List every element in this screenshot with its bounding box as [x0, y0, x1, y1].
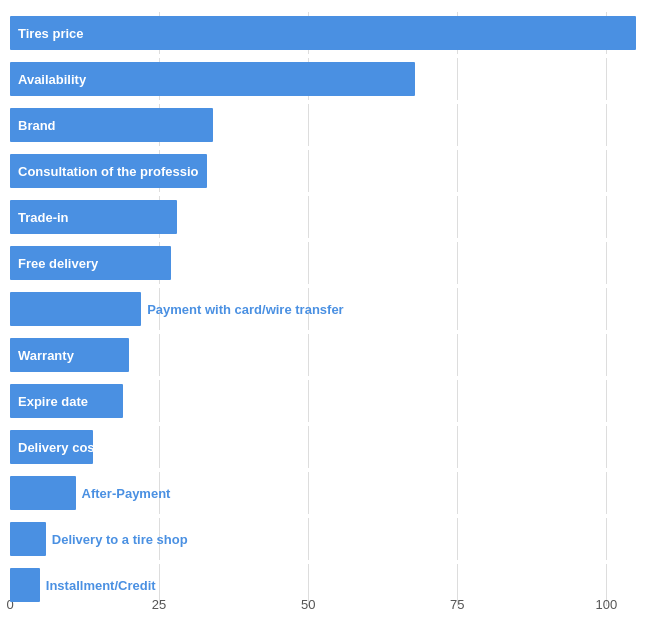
bar: Trade-in: [10, 200, 177, 234]
bar-wrapper: Free delivery: [10, 246, 654, 280]
bar-label: Tires price: [10, 26, 84, 41]
bar-wrapper: Consultation of the professio: [10, 154, 654, 188]
bar-label: Consultation of the professio: [10, 164, 199, 179]
bar: [10, 476, 76, 510]
bar-label: Trade-in: [10, 210, 69, 225]
chart-area: Tires priceAvailabilityBrandConsultation…: [10, 10, 654, 608]
bar-row: Delivery to a tire shop: [10, 516, 654, 562]
bar-label: Delivery cost: [10, 440, 99, 455]
bar-wrapper: Brand: [10, 108, 654, 142]
bar-wrapper: Expire date: [10, 384, 654, 418]
bar-wrapper: Availability: [10, 62, 654, 96]
bar-label: Payment with card/wire transfer: [141, 302, 344, 317]
bar-wrapper: Warranty: [10, 338, 654, 372]
bar-label: Brand: [10, 118, 56, 133]
bar-row: Trade-in: [10, 194, 654, 240]
bar-row: Warranty: [10, 332, 654, 378]
chart-container: Tires priceAvailabilityBrandConsultation…: [0, 0, 664, 632]
bar: [10, 522, 46, 556]
bar-wrapper: Tires price: [10, 16, 654, 50]
bar-row: Free delivery: [10, 240, 654, 286]
bar: Consultation of the professio: [10, 154, 207, 188]
bar-row: Brand: [10, 102, 654, 148]
bar: [10, 292, 141, 326]
bar-label: Free delivery: [10, 256, 98, 271]
bar: Expire date: [10, 384, 123, 418]
bar: [10, 568, 40, 602]
bar-row: Installment/Credit: [10, 562, 654, 608]
bar-label: Installment/Credit: [40, 578, 156, 593]
bar-wrapper: Trade-in: [10, 200, 654, 234]
x-axis-tick-label: 100: [595, 597, 617, 612]
bar: Delivery cost: [10, 430, 93, 464]
bar-wrapper: Delivery cost: [10, 430, 654, 464]
bar-wrapper: Installment/Credit: [10, 568, 654, 602]
bar: Free delivery: [10, 246, 171, 280]
x-axis-tick-label: 50: [301, 597, 315, 612]
bar-row: After-Payment: [10, 470, 654, 516]
bar-row: Tires price: [10, 10, 654, 56]
bar-row: Expire date: [10, 378, 654, 424]
bar: Availability: [10, 62, 415, 96]
bar-label: Warranty: [10, 348, 74, 363]
bar-wrapper: After-Payment: [10, 476, 654, 510]
bar-wrapper: Payment with card/wire transfer: [10, 292, 654, 326]
bar: Tires price: [10, 16, 636, 50]
bar-label: After-Payment: [76, 486, 171, 501]
bar-wrapper: Delivery to a tire shop: [10, 522, 654, 556]
bar-label: Availability: [10, 72, 86, 87]
bar: Brand: [10, 108, 213, 142]
bar-label: Expire date: [10, 394, 88, 409]
bar-label: Delivery to a tire shop: [46, 532, 188, 547]
bar: Warranty: [10, 338, 129, 372]
chart-inner: Tires priceAvailabilityBrandConsultation…: [10, 10, 654, 608]
bar-row: Availability: [10, 56, 654, 102]
bar-row: Delivery cost: [10, 424, 654, 470]
x-axis-tick-label: 25: [152, 597, 166, 612]
bar-row: Payment with card/wire transfer: [10, 286, 654, 332]
bar-row: Consultation of the professio: [10, 148, 654, 194]
x-axis-tick-label: 75: [450, 597, 464, 612]
